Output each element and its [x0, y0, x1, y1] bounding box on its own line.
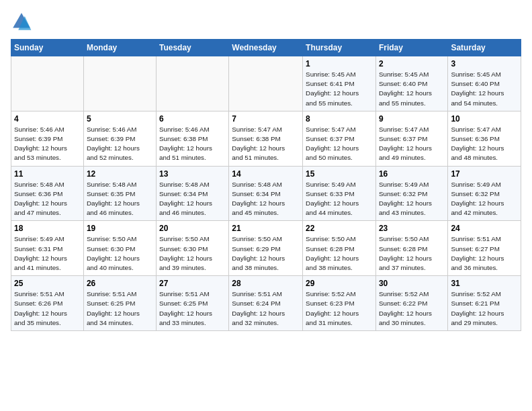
- day-info: Sunrise: 5:50 AMSunset: 6:30 PMDaylight:…: [87, 234, 153, 273]
- calendar-cell: [83, 56, 156, 111]
- day-number: 20: [159, 224, 226, 233]
- day-number: 24: [451, 224, 518, 233]
- day-info: Sunrise: 5:51 AMSunset: 6:25 PMDaylight:…: [159, 289, 226, 328]
- col-header-tuesday: Tuesday: [156, 40, 228, 56]
- calendar-week-3: 11Sunrise: 5:48 AMSunset: 6:36 PMDayligh…: [11, 166, 521, 221]
- day-info: Sunrise: 5:51 AMSunset: 6:27 PMDaylight:…: [451, 234, 518, 273]
- calendar-cell: 23Sunrise: 5:50 AMSunset: 6:28 PMDayligh…: [375, 221, 447, 276]
- calendar-cell: 1Sunrise: 5:45 AMSunset: 6:41 PMDaylight…: [303, 56, 376, 111]
- calendar-cell: 25Sunrise: 5:51 AMSunset: 6:26 PMDayligh…: [11, 276, 84, 331]
- calendar-cell: 7Sunrise: 5:47 AMSunset: 6:38 PMDaylight…: [229, 111, 303, 166]
- day-number: 18: [14, 224, 81, 233]
- day-number: 30: [379, 279, 445, 288]
- calendar-week-4: 18Sunrise: 5:49 AMSunset: 6:31 PMDayligh…: [11, 221, 521, 276]
- day-info: Sunrise: 5:48 AMSunset: 6:35 PMDaylight:…: [87, 180, 153, 218]
- day-info: Sunrise: 5:48 AMSunset: 6:34 PMDaylight:…: [159, 180, 226, 218]
- day-info: Sunrise: 5:45 AMSunset: 6:40 PMDaylight:…: [451, 70, 518, 108]
- calendar-cell: 4Sunrise: 5:46 AMSunset: 6:39 PMDaylight…: [11, 111, 84, 166]
- calendar-cell: [156, 56, 228, 111]
- calendar-cell: 20Sunrise: 5:50 AMSunset: 6:30 PMDayligh…: [156, 221, 228, 276]
- calendar-cell: 31Sunrise: 5:52 AMSunset: 6:21 PMDayligh…: [448, 276, 521, 331]
- day-info: Sunrise: 5:51 AMSunset: 6:25 PMDaylight:…: [87, 289, 153, 328]
- day-number: 13: [159, 169, 226, 179]
- day-info: Sunrise: 5:46 AMSunset: 6:38 PMDaylight:…: [159, 125, 226, 163]
- logo: [11, 11, 35, 32]
- day-number: 26: [87, 279, 153, 288]
- day-number: 1: [306, 59, 373, 68]
- day-info: Sunrise: 5:50 AMSunset: 6:29 PMDaylight:…: [232, 234, 300, 273]
- col-header-wednesday: Wednesday: [229, 40, 303, 56]
- day-info: Sunrise: 5:52 AMSunset: 6:23 PMDaylight:…: [306, 289, 373, 328]
- logo-icon: [11, 11, 32, 32]
- day-number: 6: [159, 114, 226, 124]
- calendar-cell: 28Sunrise: 5:51 AMSunset: 6:24 PMDayligh…: [229, 276, 303, 331]
- calendar-cell: 21Sunrise: 5:50 AMSunset: 6:29 PMDayligh…: [229, 221, 303, 276]
- calendar-cell: 6Sunrise: 5:46 AMSunset: 6:38 PMDaylight…: [156, 111, 228, 166]
- day-number: 16: [379, 169, 445, 179]
- day-number: 31: [451, 279, 518, 288]
- day-info: Sunrise: 5:47 AMSunset: 6:38 PMDaylight:…: [232, 125, 300, 163]
- day-info: Sunrise: 5:47 AMSunset: 6:36 PMDaylight:…: [451, 125, 518, 163]
- day-info: Sunrise: 5:52 AMSunset: 6:21 PMDaylight:…: [451, 289, 518, 328]
- day-info: Sunrise: 5:48 AMSunset: 6:36 PMDaylight:…: [14, 180, 81, 218]
- day-info: Sunrise: 5:50 AMSunset: 6:28 PMDaylight:…: [379, 234, 445, 273]
- col-header-sunday: Sunday: [11, 40, 84, 56]
- col-header-monday: Monday: [83, 40, 156, 56]
- col-header-saturday: Saturday: [448, 40, 521, 56]
- calendar-cell: 9Sunrise: 5:47 AMSunset: 6:37 PMDaylight…: [375, 111, 447, 166]
- day-number: 21: [232, 224, 300, 233]
- day-info: Sunrise: 5:49 AMSunset: 6:33 PMDaylight:…: [306, 180, 373, 218]
- calendar-cell: 18Sunrise: 5:49 AMSunset: 6:31 PMDayligh…: [11, 221, 84, 276]
- day-info: Sunrise: 5:49 AMSunset: 6:32 PMDaylight:…: [379, 180, 445, 218]
- calendar-cell: 24Sunrise: 5:51 AMSunset: 6:27 PMDayligh…: [448, 221, 521, 276]
- day-number: 2: [379, 59, 445, 68]
- day-info: Sunrise: 5:45 AMSunset: 6:40 PMDaylight:…: [379, 70, 445, 108]
- calendar-cell: 13Sunrise: 5:48 AMSunset: 6:34 PMDayligh…: [156, 166, 228, 221]
- day-info: Sunrise: 5:51 AMSunset: 6:24 PMDaylight:…: [232, 289, 300, 328]
- day-info: Sunrise: 5:50 AMSunset: 6:30 PMDaylight:…: [159, 234, 226, 273]
- calendar-cell: 27Sunrise: 5:51 AMSunset: 6:25 PMDayligh…: [156, 276, 228, 331]
- day-info: Sunrise: 5:46 AMSunset: 6:39 PMDaylight:…: [14, 125, 81, 163]
- calendar-cell: 26Sunrise: 5:51 AMSunset: 6:25 PMDayligh…: [83, 276, 156, 331]
- calendar-cell: 14Sunrise: 5:48 AMSunset: 6:34 PMDayligh…: [229, 166, 303, 221]
- day-number: 4: [14, 114, 81, 124]
- day-info: Sunrise: 5:47 AMSunset: 6:37 PMDaylight:…: [379, 125, 445, 163]
- calendar-cell: 8Sunrise: 5:47 AMSunset: 6:37 PMDaylight…: [303, 111, 376, 166]
- day-number: 11: [14, 169, 81, 179]
- day-number: 19: [87, 224, 153, 233]
- calendar-cell: 15Sunrise: 5:49 AMSunset: 6:33 PMDayligh…: [303, 166, 376, 221]
- day-info: Sunrise: 5:52 AMSunset: 6:22 PMDaylight:…: [379, 289, 445, 328]
- day-number: 12: [87, 169, 153, 179]
- day-number: 14: [232, 169, 300, 179]
- page-header: [11, 11, 521, 32]
- day-number: 15: [306, 169, 373, 179]
- day-info: Sunrise: 5:46 AMSunset: 6:39 PMDaylight:…: [87, 125, 153, 163]
- day-number: 25: [14, 279, 81, 288]
- day-info: Sunrise: 5:50 AMSunset: 6:28 PMDaylight:…: [306, 234, 373, 273]
- calendar-cell: 17Sunrise: 5:49 AMSunset: 6:32 PMDayligh…: [448, 166, 521, 221]
- day-info: Sunrise: 5:45 AMSunset: 6:41 PMDaylight:…: [306, 70, 373, 108]
- calendar-week-1: 1Sunrise: 5:45 AMSunset: 6:41 PMDaylight…: [11, 56, 521, 111]
- day-number: 23: [379, 224, 445, 233]
- calendar-cell: 22Sunrise: 5:50 AMSunset: 6:28 PMDayligh…: [303, 221, 376, 276]
- calendar-cell: 30Sunrise: 5:52 AMSunset: 6:22 PMDayligh…: [375, 276, 447, 331]
- day-number: 8: [306, 114, 373, 124]
- calendar-cell: 16Sunrise: 5:49 AMSunset: 6:32 PMDayligh…: [375, 166, 447, 221]
- calendar-cell: [11, 56, 84, 111]
- calendar-cell: 12Sunrise: 5:48 AMSunset: 6:35 PMDayligh…: [83, 166, 156, 221]
- day-number: 9: [379, 114, 445, 124]
- day-info: Sunrise: 5:49 AMSunset: 6:32 PMDaylight:…: [451, 180, 518, 218]
- calendar-cell: 5Sunrise: 5:46 AMSunset: 6:39 PMDaylight…: [83, 111, 156, 166]
- day-info: Sunrise: 5:48 AMSunset: 6:34 PMDaylight:…: [232, 180, 300, 218]
- day-number: 28: [232, 279, 300, 288]
- day-number: 27: [159, 279, 226, 288]
- calendar-table: SundayMondayTuesdayWednesdayThursdayFrid…: [11, 39, 521, 331]
- calendar-week-5: 25Sunrise: 5:51 AMSunset: 6:26 PMDayligh…: [11, 276, 521, 331]
- day-number: 7: [232, 114, 300, 124]
- day-number: 17: [451, 169, 518, 179]
- day-info: Sunrise: 5:51 AMSunset: 6:26 PMDaylight:…: [14, 289, 81, 328]
- day-number: 10: [451, 114, 518, 124]
- calendar-cell: 3Sunrise: 5:45 AMSunset: 6:40 PMDaylight…: [448, 56, 521, 111]
- calendar-cell: 11Sunrise: 5:48 AMSunset: 6:36 PMDayligh…: [11, 166, 84, 221]
- day-info: Sunrise: 5:47 AMSunset: 6:37 PMDaylight:…: [306, 125, 373, 163]
